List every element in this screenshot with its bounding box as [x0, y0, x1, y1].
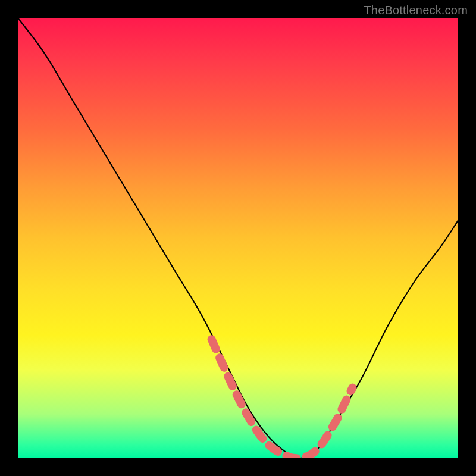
chart-svg — [18, 18, 458, 458]
chart-frame: TheBottleneck.com — [0, 0, 476, 476]
highlight-segment-path — [212, 339, 353, 458]
plot-area — [18, 18, 458, 458]
watermark-text: TheBottleneck.com — [364, 4, 468, 17]
